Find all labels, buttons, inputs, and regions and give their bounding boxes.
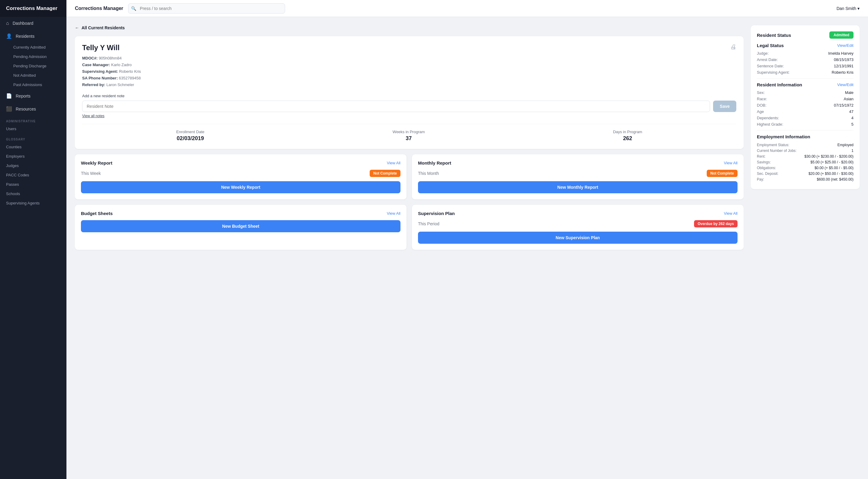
dob-row: DOB: 07/15/1972: [757, 103, 854, 107]
admitted-badge: Admitted: [829, 31, 854, 39]
resident-name: Telly Y Will: [82, 43, 736, 52]
race-value: Asian: [843, 97, 854, 101]
weeks-value: 37: [393, 135, 425, 142]
resident-status-title: Resident Status: [757, 33, 791, 38]
sidebar-item-currently-admitted[interactable]: Currently Admitted: [0, 42, 66, 52]
monthly-report-view-all[interactable]: View All: [724, 161, 738, 165]
rent-row: Rent: $30.00 (+ $230.00 / - $200.00): [757, 154, 854, 159]
search-icon: 🔍: [131, 6, 136, 11]
judge-value: Imelda Harvey: [828, 51, 854, 56]
search-bar: 🔍: [128, 3, 285, 13]
pay-row: Pay: $600.00 (net: $450.00): [757, 177, 854, 182]
resident-card: 🖨 Telly Y Will MDOC#: 905h08hm84 Case Ma…: [75, 36, 744, 149]
new-budget-sheet-button[interactable]: New Budget Sheet: [81, 220, 401, 232]
legal-status-title: Legal Status: [757, 43, 784, 48]
sidebar-item-not-admitted[interactable]: Not Admitted: [0, 71, 66, 80]
sidebar-item-pacc-codes[interactable]: PACC Codes: [0, 170, 66, 180]
sex-value: Male: [845, 90, 854, 95]
new-supervision-plan-button[interactable]: New Supervision Plan: [418, 232, 738, 244]
sidebar-item-users[interactable]: Users: [0, 124, 66, 133]
divider-2: [757, 130, 854, 130]
days-label: Days in Program: [613, 130, 642, 134]
sidebar-item-supervising-agents[interactable]: Supervising Agents: [0, 198, 66, 208]
sidebar-resources-label: Resources: [16, 106, 36, 111]
sidebar-item-past-admissions[interactable]: Past Admissions: [0, 80, 66, 89]
supervision-plan-title: Supervision Plan: [418, 211, 455, 216]
judge-label: Judge:: [757, 51, 769, 56]
user-menu[interactable]: Dan Smith ▾: [837, 6, 860, 11]
sidebar-item-residents[interactable]: 👤 Residents: [0, 30, 66, 42]
right-panel: Resident Status Admitted Legal Status Vi…: [751, 25, 860, 471]
obligations-value: $0.00 (+ $5.00 / - $5.00): [814, 166, 854, 170]
sidebar-item-resources[interactable]: ⬛ Resources: [0, 102, 66, 115]
new-weekly-report-button[interactable]: New Weekly Report: [81, 181, 401, 193]
weeks-label: Weeks in Program: [393, 130, 425, 134]
sidebar-item-dashboard[interactable]: ⌂ Dashboard: [0, 17, 66, 30]
print-icon[interactable]: 🖨: [730, 43, 736, 51]
savings-row: Savings: $5.00 (+ $25.00 / - $20.00): [757, 160, 854, 164]
sidebar-item-counties[interactable]: Counties: [0, 142, 66, 152]
budget-sheets-card: Budget Sheets View All New Budget Sheet: [75, 205, 406, 250]
budget-sheets-view-all[interactable]: View All: [387, 211, 401, 216]
topbar-title: Corrections Manager: [75, 6, 123, 11]
mdoc-value: 905h08hm84: [99, 56, 122, 60]
employment-status-value: Employed: [837, 143, 854, 147]
supervision-plan-header: Supervision Plan View All: [418, 211, 738, 216]
resident-info-edit-link[interactable]: View/Edit: [837, 83, 854, 87]
monthly-report-period: This Month: [418, 171, 439, 176]
sex-row: Sex: Male: [757, 90, 854, 95]
jobs-label: Current Number of Jobs:: [757, 149, 797, 153]
supervision-plan-period: This Period: [418, 221, 439, 226]
sidebar-item-judges[interactable]: Judges: [0, 161, 66, 170]
enrollment-stat: Enrollment Date 02/03/2019: [176, 130, 205, 142]
obligations-row: Obligations: $0.00 (+ $5.00 / - $5.00): [757, 166, 854, 170]
resources-icon: ⬛: [6, 106, 12, 112]
race-row: Race: Asian: [757, 97, 854, 101]
left-panel: ← All Current Residents 🖨 Telly Y Will M…: [75, 25, 744, 471]
age-value: 47: [849, 109, 854, 114]
employment-title: Employment Information: [757, 134, 854, 139]
rent-value: $30.00 (+ $230.00 / - $200.00): [805, 154, 854, 159]
search-input[interactable]: [128, 3, 285, 13]
weekly-report-card: Weekly Report View All This Week Not Com…: [75, 154, 406, 199]
sex-label: Sex:: [757, 90, 765, 95]
reports-icon: 📄: [6, 93, 12, 99]
breadcrumb[interactable]: ← All Current Residents: [75, 25, 744, 30]
referred-by-value: Laron Schmeler: [106, 83, 134, 87]
home-icon: ⌂: [6, 21, 9, 26]
grade-value: 5: [851, 122, 854, 127]
sentence-date-value: 12/13/1991: [834, 64, 854, 68]
sidebar-reports-label: Reports: [16, 94, 31, 98]
view-notes-link[interactable]: View all notes: [82, 114, 104, 118]
supervision-plan-view-all[interactable]: View All: [724, 211, 738, 216]
legal-agent-row: Supervising Agent: Roberto Kris: [757, 70, 854, 74]
monthly-report-header: Monthly Report View All: [418, 160, 738, 165]
sidebar-item-pending-discharge[interactable]: Pending Discharge: [0, 61, 66, 71]
jobs-value: 1: [851, 149, 854, 153]
weekly-report-title: Weekly Report: [81, 160, 112, 165]
sidebar-item-reports[interactable]: 📄 Reports: [0, 89, 66, 102]
days-stat: Days in Program 262: [613, 130, 642, 142]
age-label: Age: [757, 109, 764, 114]
legal-status-edit-link[interactable]: View/Edit: [837, 43, 854, 48]
save-note-button[interactable]: Save: [713, 101, 736, 112]
sidebar-item-pending-admission[interactable]: Pending Admission: [0, 52, 66, 61]
arrest-date-label: Arrest Date:: [757, 57, 778, 62]
monthly-report-card: Monthly Report View All This Month Not C…: [412, 154, 744, 199]
sidebar-item-passes[interactable]: Passes: [0, 180, 66, 189]
legal-agent-label: Supervising Agent:: [757, 70, 789, 74]
sidebar-item-schools[interactable]: Schools: [0, 189, 66, 198]
weekly-report-status-badge: Not Complete: [370, 170, 401, 177]
weekly-report-view-all[interactable]: View All: [387, 161, 401, 165]
rent-label: Rent:: [757, 154, 766, 159]
resident-status-header: Resident Status Admitted: [757, 31, 854, 39]
case-manager-value: Karlo Zadro: [111, 63, 132, 67]
resident-note-input[interactable]: [82, 101, 710, 112]
breadcrumb-label: All Current Residents: [82, 25, 125, 30]
legal-status-section: Legal Status View/Edit Judge: Imelda Har…: [757, 43, 854, 74]
sidebar-item-employers[interactable]: Employers: [0, 152, 66, 161]
weekly-report-header: Weekly Report View All: [81, 160, 401, 165]
new-monthly-report-button[interactable]: New Monthly Report: [418, 181, 738, 193]
supervision-plan-status-badge: Overdue by 262 days: [694, 220, 738, 227]
supervision-plan-status-row: This Period Overdue by 262 days: [418, 220, 738, 227]
